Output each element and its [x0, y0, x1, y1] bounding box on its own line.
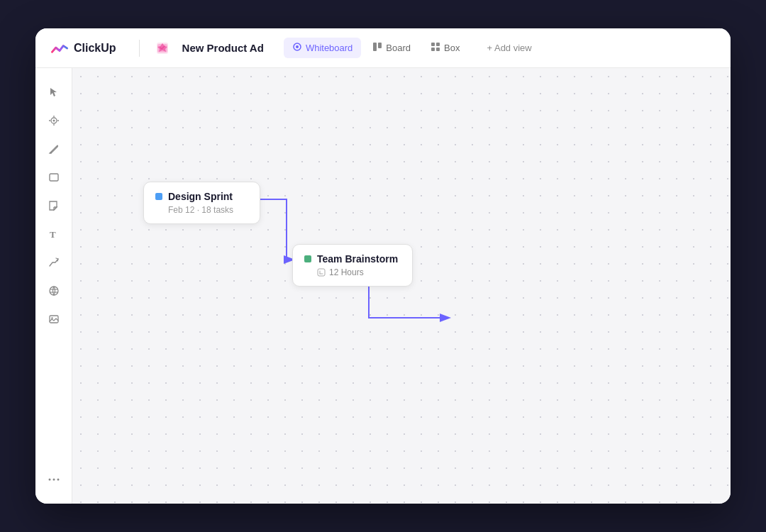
svg-rect-6: [431, 43, 435, 46]
main-area: T: [35, 68, 731, 504]
tool-connector[interactable]: [41, 250, 67, 275]
card-design-sprint-title: Design Sprint: [168, 191, 233, 202]
card-design-sprint-dot: [155, 193, 162, 200]
svg-rect-8: [431, 48, 435, 51]
card-design-sprint-meta: Feb 12 · 18 tasks: [155, 205, 248, 215]
tool-text[interactable]: T: [41, 221, 67, 247]
svg-point-22: [51, 317, 52, 318]
box-tab-label: Box: [444, 43, 460, 53]
header: ClickUp New Product Ad Whit: [35, 28, 731, 68]
project-icon: [154, 40, 171, 57]
card-team-brainstorm-sub: 12 Hours: [304, 267, 401, 277]
header-divider: [139, 40, 140, 57]
svg-rect-4: [373, 43, 377, 51]
tool-globe[interactable]: [41, 278, 67, 304]
tab-box[interactable]: Box: [422, 38, 468, 58]
tool-sticky[interactable]: [41, 193, 67, 218]
tool-magic[interactable]: [41, 108, 67, 133]
svg-point-25: [57, 479, 59, 481]
svg-point-23: [48, 479, 50, 481]
svg-point-24: [52, 479, 55, 481]
card-team-brainstorm-dot: [304, 255, 311, 262]
svg-point-3: [296, 45, 299, 48]
svg-text:T: T: [50, 229, 56, 240]
svg-point-18: [50, 287, 58, 295]
project-title: New Product Ad: [182, 42, 264, 54]
add-view-button[interactable]: + Add view: [479, 38, 538, 57]
whiteboard-canvas[interactable]: Design Sprint Feb 12 · 18 tasks Team Bra…: [72, 68, 731, 504]
left-toolbar: T: [35, 68, 72, 504]
clock-icon: [317, 268, 326, 277]
card-team-brainstorm[interactable]: Team Brainstorm 12 Hours: [292, 244, 413, 287]
tool-cursor[interactable]: [41, 79, 67, 105]
tool-image[interactable]: [41, 306, 67, 332]
card-design-sprint[interactable]: Design Sprint Feb 12 · 18 tasks: [143, 182, 260, 224]
svg-rect-16: [50, 174, 58, 181]
card-team-brainstorm-title: Team Brainstorm: [317, 253, 398, 265]
tab-board[interactable]: Board: [364, 38, 419, 58]
whiteboard-tab-label: Whiteboard: [306, 43, 353, 53]
svg-rect-26: [318, 269, 325, 276]
tool-rectangle[interactable]: [41, 165, 67, 190]
board-tab-label: Board: [386, 43, 411, 53]
logo: ClickUp: [50, 38, 116, 58]
whiteboard-tab-icon: [292, 42, 302, 54]
tool-pen[interactable]: [41, 136, 67, 162]
tab-whiteboard[interactable]: Whiteboard: [284, 38, 361, 58]
svg-rect-5: [378, 43, 382, 48]
box-tab-icon: [431, 42, 440, 54]
card-design-sprint-header: Design Sprint: [155, 191, 248, 202]
add-view-label: + Add view: [487, 43, 531, 53]
svg-rect-9: [436, 48, 440, 51]
logo-text: ClickUp: [74, 42, 116, 55]
svg-point-15: [52, 120, 55, 122]
board-tab-icon: [372, 42, 382, 54]
tool-more[interactable]: [41, 467, 67, 492]
clickup-logo-icon: [50, 38, 70, 58]
nav-tabs: Whiteboard Board: [284, 38, 469, 58]
app-window: ClickUp New Product Ad Whit: [35, 28, 731, 504]
card-team-brainstorm-header: Team Brainstorm: [304, 253, 401, 265]
card-team-brainstorm-hours: 12 Hours: [329, 267, 364, 277]
svg-rect-7: [436, 43, 440, 46]
